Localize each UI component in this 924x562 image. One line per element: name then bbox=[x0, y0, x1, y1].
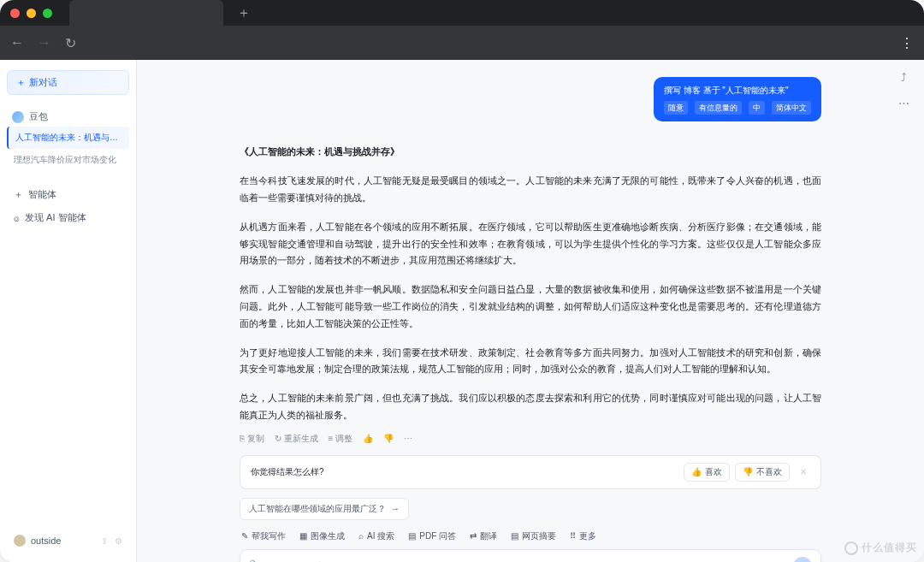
username: outside bbox=[31, 535, 61, 546]
back-button[interactable]: ← bbox=[10, 35, 24, 50]
like-button[interactable]: 👍 喜欢 bbox=[684, 463, 730, 482]
dislike-button[interactable]: 👎 不喜欢 bbox=[735, 463, 790, 482]
thumbs-up-icon: 👍 bbox=[691, 467, 702, 476]
browser-toolbar: ← → ↻ ⋮ bbox=[0, 26, 924, 60]
user-avatar-icon bbox=[14, 535, 26, 547]
sidebar-link-discover[interactable]: ⌾ 发现 AI 智能体 bbox=[7, 206, 129, 229]
conversation-title: 理想汽车降价应对市场变化 bbox=[14, 155, 116, 164]
share-icon[interactable]: ⇪ bbox=[101, 536, 108, 546]
tool-write[interactable]: ✎帮我写作 bbox=[241, 530, 286, 542]
suggestion-text: 人工智能在哪些领域的应用最广泛？ bbox=[249, 503, 386, 515]
copy-button[interactable]: ⎘ 复制 bbox=[240, 433, 264, 445]
regenerate-button[interactable]: ↻ 重新生成 bbox=[275, 433, 318, 445]
feedback-question: 你觉得结果怎么样? bbox=[251, 466, 324, 478]
pencil-icon: ✎ bbox=[241, 531, 248, 541]
thumbs-up-button[interactable]: 👍 bbox=[363, 434, 373, 443]
article-paragraph: 然而，人工智能的发展也并非一帆风顺。数据隐私和安全问题日益凸显，大量的数据被收集… bbox=[240, 281, 821, 332]
minimize-window-button[interactable] bbox=[27, 9, 36, 18]
tool-image[interactable]: ▦图像生成 bbox=[299, 530, 345, 542]
tool-more[interactable]: ⠿更多 bbox=[570, 530, 596, 542]
adjust-button[interactable]: ≡ 调整 bbox=[329, 433, 353, 445]
more-actions-button[interactable]: ⋯ bbox=[404, 434, 412, 443]
maximize-window-button[interactable] bbox=[43, 9, 52, 18]
image-icon: ▦ bbox=[299, 531, 307, 541]
sidebar: ＋ 新对话 豆包 人工智能的未来：机遇与挑… 理想汽车降价应对市场变化 ＋ bbox=[0, 60, 137, 562]
sidebar-link-label: 智能体 bbox=[28, 188, 56, 201]
browser-tab[interactable] bbox=[69, 0, 223, 26]
settings-icon[interactable]: ⚙ bbox=[115, 536, 122, 546]
page-icon: ▤ bbox=[511, 531, 518, 541]
reload-button[interactable]: ↻ bbox=[65, 35, 76, 51]
tool-summary[interactable]: ▤网页摘要 bbox=[511, 530, 556, 542]
tool-search[interactable]: ⌕AI 搜索 bbox=[358, 530, 394, 542]
plus-icon: ＋ bbox=[16, 76, 26, 89]
more-button[interactable]: ⋯ bbox=[895, 94, 912, 111]
pdf-icon: ▤ bbox=[408, 531, 416, 541]
search-icon: ⌕ bbox=[358, 531, 364, 541]
bot-name: 豆包 bbox=[29, 110, 48, 123]
translate-icon: ⇄ bbox=[470, 531, 477, 541]
tool-row: ✎帮我写作 ▦图像生成 ⌕AI 搜索 ▤PDF 问答 ⇄翻译 ▤网页摘要 ⠿更多 bbox=[240, 530, 821, 542]
send-button[interactable]: ↑ bbox=[793, 557, 812, 562]
new-chat-label: 新对话 bbox=[29, 76, 57, 89]
arrow-right-icon: → bbox=[391, 504, 400, 513]
tool-translate[interactable]: ⇄翻译 bbox=[470, 530, 497, 542]
article-paragraph: 总之，人工智能的未来前景广阔，但也充满了挑战。我们应以积极的态度去探索和利用它的… bbox=[240, 390, 821, 424]
article-title: 《人工智能的未来：机遇与挑战并存》 bbox=[240, 144, 821, 161]
plus-icon: ＋ bbox=[14, 188, 23, 201]
article-paragraph: 从机遇方面来看，人工智能在各个领域的应用不断拓展。在医疗领域，它可以帮助医生更准… bbox=[240, 219, 821, 269]
suggestion-chip[interactable]: 人工智能在哪些领域的应用最广泛？ → bbox=[240, 498, 409, 520]
conversation-title: 人工智能的未来：机遇与挑… bbox=[15, 133, 127, 142]
sidebar-footer[interactable]: outside ⇪ ⚙ bbox=[7, 529, 129, 552]
prompt-tag: 随意 bbox=[664, 101, 688, 115]
main-pane: ⤴ ⋯ 撰写 博客 基于 "人工智能的未来" 随意 有信息量的 中 简体中文 《… bbox=[137, 60, 924, 562]
new-chat-button[interactable]: ＋ 新对话 bbox=[7, 70, 129, 95]
sidebar-link-label: 发现 AI 智能体 bbox=[25, 211, 86, 224]
window-titlebar: ＋ bbox=[0, 0, 924, 26]
new-tab-button[interactable]: ＋ bbox=[237, 4, 251, 22]
forward-button[interactable]: → bbox=[38, 35, 51, 50]
close-window-button[interactable] bbox=[10, 9, 20, 18]
user-message-text: 撰写 博客 基于 "人工智能的未来" bbox=[664, 84, 811, 98]
compass-icon: ⌾ bbox=[14, 213, 20, 223]
close-feedback-button[interactable]: ✕ bbox=[797, 467, 810, 476]
message-input-row: 📎 ↑ bbox=[240, 549, 821, 562]
user-message: 撰写 博客 基于 "人工智能的未来" 随意 有信息量的 中 简体中文 bbox=[654, 77, 821, 121]
message-actions: ⎘ 复制 ↻ 重新生成 ≡ 调整 👍 👎 ⋯ bbox=[240, 433, 821, 445]
bot-header[interactable]: 豆包 bbox=[7, 107, 129, 127]
article-paragraph: 为了更好地迎接人工智能的未来，我们需要在技术研发、政策制定、社会教育等多方面共同… bbox=[240, 345, 821, 379]
thumbs-down-button[interactable]: 👎 bbox=[383, 434, 394, 443]
window-controls bbox=[10, 9, 52, 18]
prompt-tag: 中 bbox=[749, 101, 765, 115]
share-button[interactable]: ⤴ bbox=[895, 68, 912, 86]
browser-tabbar: ＋ bbox=[52, 0, 914, 26]
conversation-item[interactable]: 人工智能的未来：机遇与挑… bbox=[7, 127, 129, 149]
prompt-tag: 简体中文 bbox=[772, 101, 811, 115]
bot-avatar-icon bbox=[12, 111, 24, 123]
conversation-item[interactable]: 理想汽车降价应对市场变化 bbox=[7, 149, 129, 171]
thumbs-down-icon: 👎 bbox=[743, 467, 753, 476]
assistant-message: 《人工智能的未来：机遇与挑战并存》 在当今科技飞速发展的时代，人工智能无疑是最受… bbox=[240, 144, 821, 423]
prompt-tag: 有信息量的 bbox=[695, 101, 742, 115]
feedback-box: 你觉得结果怎么样? 👍 喜欢 👎 不喜欢 ✕ bbox=[240, 455, 821, 489]
tool-pdf[interactable]: ▤PDF 问答 bbox=[408, 530, 456, 542]
article-paragraph: 在当今科技飞速发展的时代，人工智能无疑是最受瞩目的领域之一。人工智能的未来充满了… bbox=[240, 173, 821, 207]
sidebar-link-agents[interactable]: ＋ 智能体 bbox=[7, 183, 129, 206]
browser-menu-button[interactable]: ⋮ bbox=[900, 35, 914, 51]
grid-icon: ⠿ bbox=[570, 531, 576, 541]
